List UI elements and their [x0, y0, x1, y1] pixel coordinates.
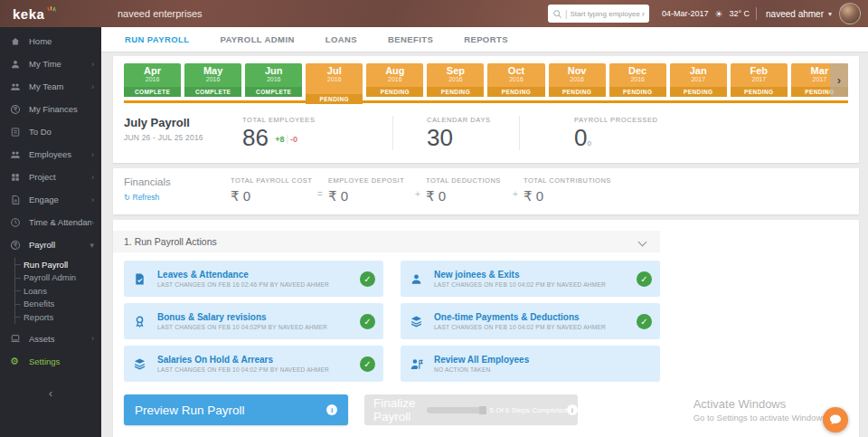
month-card-apr[interactable]: Apr2016COMPLETE — [124, 63, 181, 97]
company-name: naveed enterprises — [118, 8, 548, 19]
card-bonus-salary-revisions[interactable]: Bonus & Salary revisionsLAST CHANGES ON … — [124, 303, 383, 339]
month-card-sep[interactable]: Sep2016PENDING — [427, 63, 484, 97]
financials-panel: Financials ↻ Refresh TOTAL PAYROLL COST₹… — [113, 168, 859, 214]
equals-sign: = — [312, 182, 328, 199]
month-card-jun[interactable]: Jun2016COMPLETE — [245, 63, 302, 97]
fin-total-deductions: TOTAL DEDUCTIONS₹ 0 — [426, 176, 507, 204]
payroll-processed-value: 0 — [574, 124, 587, 151]
check-circle-icon: ✓ — [360, 356, 375, 372]
person-flag-icon — [410, 357, 423, 371]
layers-icon — [410, 315, 423, 328]
july-payroll-summary: July Payroll JUN 26 - JUL 25 2016 TOTAL … — [124, 105, 848, 163]
user-name: naveed ahmer — [766, 9, 824, 19]
month-card-may[interactable]: May2016COMPLETE — [184, 63, 241, 97]
fin-total-contributions: TOTAL CONTRIBUTIONS₹ 0 — [524, 176, 605, 204]
total-employees-value: 86 — [242, 124, 269, 151]
sidebar-item-payroll[interactable]: Payroll▾ — [0, 233, 101, 256]
chevron-right-icon: › — [91, 82, 94, 91]
keka-logo[interactable]: keka — [0, 6, 101, 22]
chevron-down-icon: ▾ — [828, 10, 832, 18]
submenu-loans[interactable]: Loans — [15, 284, 101, 298]
stat-total-employees: TOTAL EMPLOYEES 86 +8|-0 — [242, 116, 392, 150]
plus-sign: + — [410, 182, 426, 199]
submenu-reports[interactable]: Reports — [15, 310, 101, 324]
sidebar-item-engage[interactable]: Engage› — [0, 188, 101, 211]
submenu-run-payroll[interactable]: Run Payroll — [15, 258, 101, 271]
fin-total-payroll-cost: TOTAL PAYROLL COST₹ 0 — [231, 176, 312, 204]
payroll-period-title: July Payroll — [124, 116, 242, 129]
card-salaries-on-hold[interactable]: Salaries On Hold & ArrearsLAST CHANGES O… — [124, 346, 383, 382]
month-card-jul-selected[interactable]: Jul2016PENDING — [306, 63, 363, 104]
employees-removed: -0 — [290, 135, 297, 144]
search-input[interactable] — [571, 10, 645, 18]
month-card-feb[interactable]: Feb2017PENDING — [731, 63, 788, 97]
search-divider: | — [565, 9, 568, 19]
sidebar-item-home[interactable]: Home — [0, 30, 101, 52]
card-one-time-payments[interactable]: One-time Payments & DeductionsLAST CHANG… — [401, 303, 660, 339]
month-card-dec[interactable]: Dec2016PENDING — [609, 63, 666, 97]
sidebar-item-my-finances[interactable]: My Finances — [0, 98, 101, 120]
avatar[interactable] — [839, 3, 861, 24]
home-icon — [10, 36, 21, 47]
month-card-nov[interactable]: Nov2016PENDING — [549, 63, 606, 97]
check-circle-icon: ✓ — [360, 271, 375, 287]
sidebar-item-employees[interactable]: Employees› — [0, 143, 101, 166]
people-icon — [10, 149, 21, 160]
info-icon[interactable]: i — [567, 404, 578, 415]
tab-reports[interactable]: REPORTS — [464, 27, 508, 52]
tab-loans[interactable]: LOANS — [326, 27, 357, 52]
submenu-payroll-admin[interactable]: Payroll Admin — [15, 271, 101, 285]
people-icon — [10, 81, 21, 92]
months-next-button[interactable]: › — [830, 63, 848, 97]
submenu-benefits[interactable]: Benefits — [15, 298, 101, 311]
chevron-right-icon: › — [91, 218, 94, 227]
tab-benefits[interactable]: BENEFITS — [388, 27, 433, 52]
month-underline-bar — [124, 100, 848, 103]
sidebar-item-settings[interactable]: ⚙ Settings — [0, 350, 101, 373]
month-card-aug[interactable]: Aug2016PENDING — [366, 63, 423, 97]
logo-text: keka — [13, 6, 44, 22]
chevron-right-icon: › — [91, 334, 94, 343]
card-new-joinees-exits[interactable]: New joinees & ExitsLAST CHANGES ON FEB 1… — [401, 261, 660, 297]
tab-payroll-admin[interactable]: PAYROLL ADMIN — [220, 27, 294, 52]
employee-search[interactable]: | — [548, 5, 649, 23]
refresh-button[interactable]: ↻ Refresh — [124, 193, 231, 202]
user-menu[interactable]: naveed ahmer ▾ — [766, 9, 832, 19]
logo-spark-icon — [47, 4, 56, 13]
plus-sign: + — [507, 182, 524, 199]
rupee-coin-icon — [10, 104, 21, 115]
month-card-jan[interactable]: Jan2017PENDING — [670, 63, 727, 97]
sidebar-item-my-team[interactable]: My Team› — [0, 75, 101, 98]
actions-title: 1. Run Payroll Actions — [124, 236, 639, 247]
sidebar-item-my-time[interactable]: My Time› — [0, 52, 101, 75]
chevron-down-icon[interactable] — [638, 237, 647, 246]
payroll-processed-sub: 0 — [587, 139, 590, 147]
chat-bubble-icon — [828, 413, 843, 427]
payroll-submenu: Run Payroll Payroll Admin Loans Benefits… — [14, 258, 101, 324]
sidebar-item-to-do[interactable]: To Do — [0, 120, 101, 143]
clock-icon — [10, 217, 21, 228]
sidebar-item-project[interactable]: Project› — [0, 166, 101, 188]
action-cards-grid: Leaves & AttendanceLAST CHANGES ON FEB 1… — [113, 252, 859, 382]
chevron-down-icon: ▾ — [90, 241, 94, 250]
sidebar-item-assets[interactable]: Assets› — [0, 328, 101, 350]
actions-section-header[interactable]: 1. Run Payroll Actions — [113, 231, 660, 252]
run-payroll-actions-panel: 1. Run Payroll Actions Leaves & Attendan… — [113, 220, 859, 437]
sidebar-item-time-attendance[interactable]: Time & Attendance› — [0, 211, 101, 233]
steps-progress-bar — [427, 407, 485, 413]
layers-icon — [133, 357, 146, 371]
preview-run-payroll-button[interactable]: Preview Run Payroll i — [124, 394, 348, 425]
support-chat-button[interactable] — [823, 407, 848, 432]
card-review-all-employees[interactable]: Review All EmployeesNO ACTION TAKEN — [401, 346, 660, 382]
card-leaves-attendance[interactable]: Leaves & AttendanceLAST CHANGES ON FEB 1… — [124, 261, 383, 297]
rupee-coin-icon — [10, 240, 21, 251]
finalize-payroll-button: Finalize Payroll 5 Of 6 Steps Completed … — [364, 394, 578, 425]
stat-calendar-days: CALENDAR DAYS 30 — [392, 116, 519, 150]
tab-run-payroll[interactable]: RUN PAYROLL — [125, 27, 189, 52]
info-icon[interactable]: i — [326, 404, 337, 415]
laptop-icon — [10, 333, 21, 344]
medal-icon — [133, 315, 146, 328]
month-card-oct[interactable]: Oct2016PENDING — [487, 63, 544, 97]
sidebar-collapse-button[interactable]: ‹ — [0, 387, 101, 400]
main-content: RUN PAYROLL PAYROLL ADMIN LOANS BENEFITS… — [101, 27, 868, 437]
